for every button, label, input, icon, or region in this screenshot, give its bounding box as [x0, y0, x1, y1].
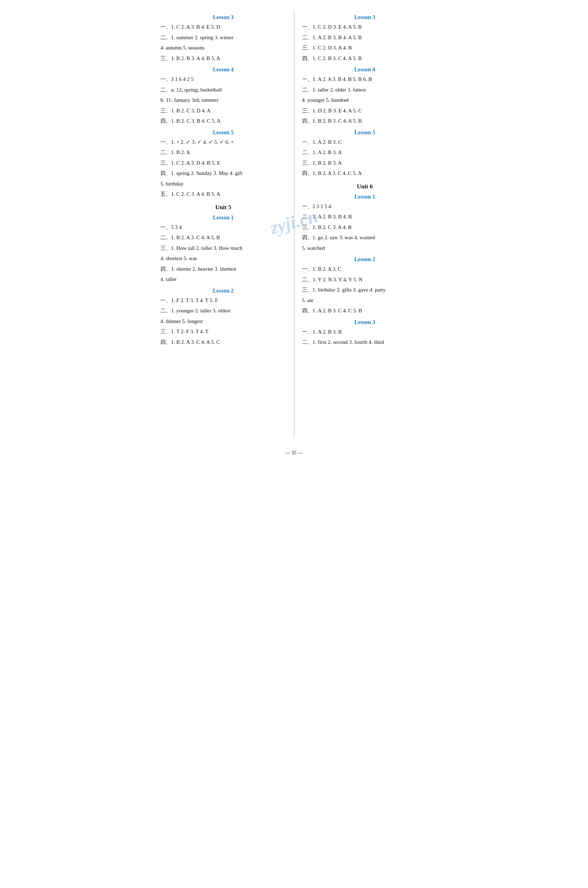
answer-line: 二、1. taller 2. older 3. fattest — [302, 86, 428, 95]
answer-line: 4. younger 5. hundred — [302, 96, 428, 105]
answer-line: 三、1. B 2. C 3. D 4. A — [160, 106, 286, 116]
answer-line: 4. shortest 5. was — [160, 254, 286, 263]
section-title: Unit 6 — [302, 183, 428, 190]
section-title: Lesson 3 — [160, 14, 286, 21]
answer-line: 一、5 3 4 — [160, 223, 286, 232]
section: Lesson 1一、2 3 1 5 4二、1. A 2. B 3. B 4. B… — [302, 194, 428, 253]
left-column: Lesson 3一、1. C 2. A 3. B 4. E 5. D二、1. s… — [154, 10, 292, 437]
page-number: — 35 — — [147, 450, 441, 456]
answer-line: 一、1. C 2. A 3. B 4. E 5. D — [160, 22, 286, 32]
answer-line: 一、3 1 6 4 2 5 — [160, 75, 286, 84]
answer-line: 三、1. C 2. D 3. A 4. B — [302, 44, 428, 52]
answer-line: 四、1. A 2. B 3. C 4. C 5. B — [302, 306, 428, 315]
answer-line: 一、1. A 2. B 3. C — [302, 138, 428, 147]
answer-line: 二、1. A 2. B 3. A — [302, 148, 428, 157]
answer-line: 一、1. A 2. A 3. B 4. B 5. B 6. B — [302, 75, 428, 84]
answer-line: 三、1. C 2. A 3. D 4. B 5. E — [160, 159, 286, 168]
answer-line: 四、1. B 2. C 3. B 4. C 5. A — [160, 117, 286, 126]
section: Lesson 3一、1. C 2. D 3. E 4. A 5. B二、1. A… — [302, 14, 428, 63]
answer-line: 一、1. A 2. B 3. B — [302, 328, 428, 337]
answer-line: 二、1. Y 2. N 3. Y 4. Y 5. N — [302, 275, 428, 285]
answer-line: 五、1. C 2. C 3. A 4. B 5. A — [160, 190, 286, 199]
answer-line: 四、1. B 2. A 3. C 4. A 5. C — [160, 338, 286, 347]
section-title: Lesson 2 — [160, 288, 286, 294]
section: Lesson 3一、1. C 2. A 3. B 4. E 5. D二、1. s… — [160, 14, 286, 63]
answer-line: 三、1. B 2. C 3. A 4. B — [302, 223, 428, 232]
section: Unit 5 — [160, 204, 286, 211]
answer-line: 二、1. summer 2. spring 3. winter — [160, 33, 286, 42]
section-title: Lesson 1 — [302, 194, 428, 200]
answer-line: 三、1. How tall 2. taller 3. How much — [160, 244, 286, 253]
answer-line: 4. thinner 5. longest — [160, 317, 286, 326]
column-divider — [294, 10, 294, 437]
answer-line: 三、1. B 2. B 3. A — [302, 159, 428, 168]
page: zyji.cn Lesson 3一、1. C 2. A 3. B 4. E 5.… — [147, 0, 441, 444]
answer-line: 四、1. C 2. B 3. C 4. A 5. B — [302, 54, 428, 63]
answer-line: 一、1. F 2. T 3. T 4. T 5. F — [160, 296, 286, 305]
answer-line: 四、1. B 2. B 3. C 4. A 5. B — [302, 117, 428, 126]
section: Lesson 3一、1. A 2. B 3. B二、1. first 2. se… — [302, 319, 428, 347]
section-title: Unit 5 — [160, 204, 286, 211]
answer-line: 5. birthday — [160, 180, 286, 189]
answer-line: 一、1. C 2. D 3. E 4. A 5. B — [302, 22, 428, 32]
section: Lesson 5一、1. × 2. ✓ 3. ✓ 4. ✓ 5. ✓ 6. ×二… — [160, 129, 286, 199]
section-title: Lesson 3 — [302, 14, 428, 21]
answer-line: 5. ate — [302, 296, 428, 305]
answer-line: 4. taller — [160, 275, 286, 284]
right-column: Lesson 3一、1. C 2. D 3. E 4. A 5. B二、1. A… — [296, 10, 434, 437]
section: Lesson 2一、1. F 2. T 3. T 4. T 5. F二、1. y… — [160, 288, 286, 347]
answer-line: 三、1. B 2. B 3. A 4. B 5. A — [160, 54, 286, 63]
section: Lesson 4一、3 1 6 4 2 5二、a: 12; spring; ba… — [160, 66, 286, 126]
answer-line: 二、1. B 2. A 3. C 4. A 5. B — [160, 233, 286, 242]
answer-line: 4. autumn 5. seasons — [160, 44, 286, 52]
answer-line: 二、1. A 2. B 3. B 4. B — [302, 212, 428, 222]
answer-line: 四、1. go 2. saw 3. was 4. wanted — [302, 233, 428, 242]
section: Lesson 4一、1. A 2. A 3. B 4. B 5. B 6. B二… — [302, 66, 428, 126]
section-title: Lesson 4 — [160, 66, 286, 73]
answer-line: 二、a: 12; spring; basketball — [160, 86, 286, 95]
section: Lesson 1一、5 3 4二、1. B 2. A 3. C 4. A 5. … — [160, 214, 286, 284]
answer-line: 二、1. B 2. A — [160, 148, 286, 157]
answer-line: b: 11; January 3rd; summer — [160, 96, 286, 105]
answer-line: 二、1. first 2. second 3. fourth 4. third — [302, 338, 428, 347]
answer-line: 二、1. younger 2. taller 3. oldest — [160, 306, 286, 315]
answer-line: 一、2 3 1 5 4 — [302, 202, 428, 211]
section-title: Lesson 1 — [160, 214, 286, 221]
answer-line: 二、1. A 2. B 3. B 4. A 5. B — [302, 33, 428, 42]
answer-line: 四、1. shorter 2. heavier 3. shortest — [160, 265, 286, 274]
answer-line: 三、1. D 2. B 3. E 4. A 5. C — [302, 106, 428, 116]
section-title: Lesson 5 — [302, 129, 428, 136]
answer-line: 三、1. T 2. F 3. T 4. T — [160, 327, 286, 336]
section-title: Lesson 4 — [302, 66, 428, 73]
answer-line: 三、1. birthday 2. gifts 3. gave 4. party — [302, 285, 428, 295]
section-title: Lesson 2 — [302, 256, 428, 262]
section: Unit 6 — [302, 183, 428, 190]
answer-line: 一、1. B 2. A 3. C — [302, 265, 428, 274]
section: Lesson 2一、1. B 2. A 3. C二、1. Y 2. N 3. Y… — [302, 256, 428, 315]
section-title: Lesson 5 — [160, 129, 286, 136]
answer-line: 5. watched — [302, 244, 428, 253]
answer-line: 四、1. spring 2. Sunday 3. May 4. gift — [160, 169, 286, 178]
section-title: Lesson 3 — [302, 319, 428, 326]
section: Lesson 5一、1. A 2. B 3. C二、1. A 2. B 3. A… — [302, 129, 428, 178]
answer-line: 一、1. × 2. ✓ 3. ✓ 4. ✓ 5. ✓ 6. × — [160, 138, 286, 147]
answer-line: 四、1. B 2. A 3. C 4. C 5. A — [302, 169, 428, 178]
